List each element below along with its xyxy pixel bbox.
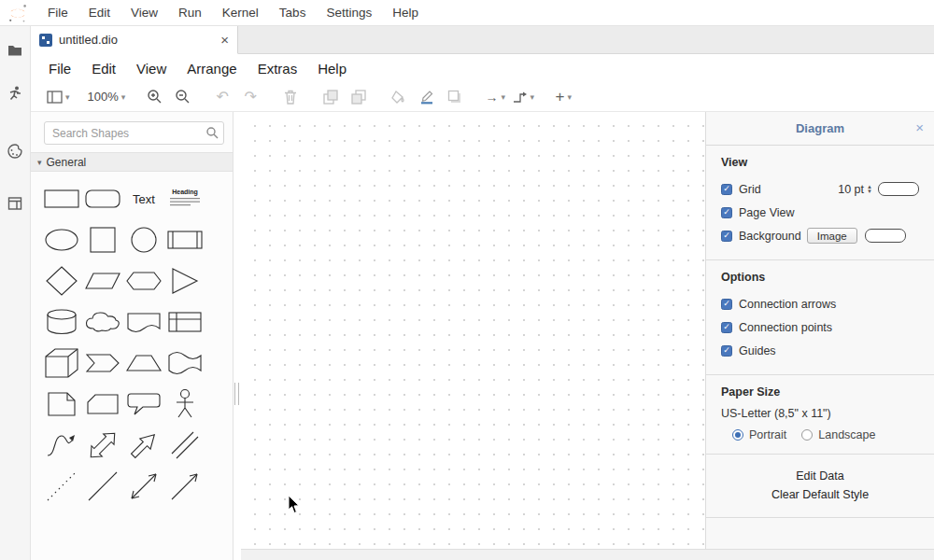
options-heading: Options — [721, 271, 919, 284]
shape-dashed-line[interactable] — [41, 466, 82, 507]
paper-size-value[interactable]: US-Letter (8,5" x 11") — [721, 407, 919, 420]
grid-size-stepper[interactable]: ▲▼ — [867, 185, 872, 194]
dio-menu-edit[interactable]: Edit — [81, 61, 126, 77]
shape-arrow[interactable] — [123, 425, 164, 466]
shape-cylinder[interactable] — [41, 301, 82, 343]
background-row: Background Image — [721, 224, 919, 247]
dio-menu-arrange[interactable]: Arrange — [177, 61, 247, 77]
shape-bidirectional-arrow[interactable] — [82, 425, 123, 466]
jl-menu-settings[interactable]: Settings — [316, 0, 382, 25]
shape-cube[interactable] — [41, 343, 82, 384]
edit-data-button[interactable]: Edit Data — [706, 467, 934, 485]
zoom-out-button[interactable] — [171, 86, 193, 108]
shape-circle[interactable] — [123, 219, 164, 260]
line-color-button[interactable] — [416, 86, 438, 108]
shape-triangle[interactable] — [164, 260, 205, 301]
shape-heading[interactable]: Heading — [164, 178, 205, 219]
jl-menu-file[interactable]: File — [37, 0, 78, 25]
guides-checkbox[interactable] — [721, 345, 732, 357]
shape-ellipse[interactable] — [41, 219, 82, 260]
to-back-button[interactable] — [347, 86, 370, 108]
zoom-dropdown[interactable]: 100% — [88, 86, 126, 108]
connection-points-checkbox[interactable] — [721, 322, 732, 333]
file-browser-icon[interactable] — [6, 41, 24, 60]
panel-splitter[interactable] — [234, 112, 241, 560]
dio-menu-help[interactable]: Help — [307, 61, 357, 77]
clear-default-style-button[interactable]: Clear Default Style — [706, 485, 934, 504]
background-color-swatch[interactable] — [865, 229, 906, 243]
search-icon[interactable] — [205, 126, 219, 139]
shape-note[interactable] — [41, 384, 82, 425]
to-front-button[interactable] — [319, 86, 342, 108]
horizontal-scrollbar[interactable] — [241, 549, 934, 560]
shape-square[interactable] — [82, 219, 123, 260]
fill-color-button[interactable] — [388, 86, 410, 108]
shape-tape[interactable] — [164, 343, 205, 384]
connection-style-dropdown[interactable] — [484, 86, 506, 108]
zoom-in-button[interactable] — [143, 86, 165, 108]
format-panel: Diagram × View Grid 10 pt ▲▼ Page View B… — [705, 112, 934, 549]
shape-internal-storage[interactable] — [164, 301, 205, 343]
section-general[interactable]: General — [31, 152, 233, 172]
shape-bidirectional-connector[interactable] — [123, 466, 164, 507]
tab-untitled-dio[interactable]: untitled.dio × — [31, 26, 238, 54]
shadow-button[interactable] — [444, 86, 466, 108]
shape-text[interactable]: Text — [123, 178, 164, 219]
grid-color-swatch[interactable] — [878, 182, 919, 196]
landscape-radio[interactable] — [801, 429, 813, 441]
format-panel-close-icon[interactable]: × — [915, 119, 924, 135]
undo-button[interactable] — [211, 86, 234, 108]
shape-rectangle[interactable] — [41, 178, 82, 219]
grid-checkbox[interactable] — [721, 184, 732, 195]
shape-line[interactable] — [82, 466, 123, 507]
page-view-checkbox[interactable] — [721, 207, 732, 218]
redo-button[interactable] — [239, 86, 262, 108]
search-shapes-input[interactable] — [44, 121, 224, 145]
shape-directional-connector[interactable] — [164, 466, 205, 507]
portrait-radio[interactable] — [732, 429, 743, 441]
running-sessions-icon[interactable] — [6, 84, 24, 103]
jl-menu-view[interactable]: View — [120, 0, 168, 25]
diagram-canvas[interactable] — [241, 112, 705, 549]
shape-hexagon[interactable] — [123, 260, 164, 301]
shape-trapezoid[interactable] — [123, 343, 164, 384]
portrait-label: Portrait — [749, 428, 786, 441]
shape-diamond[interactable] — [41, 260, 82, 301]
dio-menu-view[interactable]: View — [126, 61, 177, 77]
page-layout-button[interactable] — [47, 86, 70, 108]
shape-card[interactable] — [82, 384, 123, 425]
shape-callout[interactable] — [123, 384, 164, 425]
heading-shape-label: Heading — [172, 189, 198, 196]
section-label: General — [47, 156, 87, 169]
shape-process[interactable] — [164, 219, 205, 260]
jl-menu-edit[interactable]: Edit — [78, 0, 120, 25]
delete-button[interactable] — [279, 86, 302, 108]
guides-label: Guides — [739, 344, 776, 357]
shape-link[interactable] — [164, 425, 205, 466]
connection-arrows-checkbox[interactable] — [721, 299, 732, 310]
shape-step[interactable] — [82, 343, 123, 384]
shape-curve[interactable] — [41, 425, 82, 466]
shape-document[interactable] — [123, 301, 164, 343]
open-tabs-icon[interactable] — [6, 194, 24, 213]
background-image-button[interactable]: Image — [807, 228, 857, 244]
shape-parallelogram[interactable] — [82, 260, 123, 301]
splitter-handle-icon[interactable] — [234, 383, 239, 405]
jl-menu-kernel[interactable]: Kernel — [212, 0, 269, 25]
shape-cloud[interactable] — [82, 301, 123, 343]
shape-actor[interactable] — [164, 384, 205, 425]
command-palette-icon[interactable] — [6, 142, 24, 161]
dio-menu-extras[interactable]: Extras — [248, 61, 308, 77]
dio-menu-file[interactable]: File — [38, 61, 81, 77]
waypoints-dropdown[interactable] — [512, 86, 534, 108]
jl-menu-help[interactable]: Help — [382, 0, 429, 25]
jl-menu-run[interactable]: Run — [168, 0, 212, 25]
grid-size-value[interactable]: 10 pt — [838, 183, 864, 196]
tab-close-icon[interactable]: × — [220, 34, 229, 47]
drawio-file-icon — [39, 34, 52, 47]
background-checkbox[interactable] — [721, 231, 732, 242]
shape-rounded-rectangle[interactable] — [82, 178, 123, 219]
jl-menu-tabs[interactable]: Tabs — [269, 0, 317, 25]
format-tab-diagram[interactable]: Diagram — [796, 121, 844, 135]
insert-dropdown[interactable] — [552, 86, 574, 108]
